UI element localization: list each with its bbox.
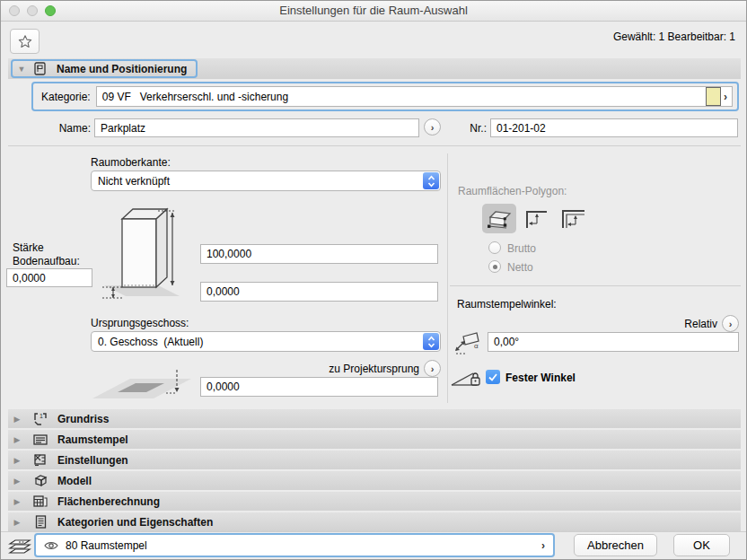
brutto-radio[interactable]	[488, 241, 501, 254]
polygon-outer-edge-icon	[559, 208, 586, 230]
fester-winkel-checkbox[interactable]	[486, 370, 500, 384]
kategorie-label: Kategorie:	[41, 91, 91, 103]
section-flaechenberechnung[interactable]: ▶ Flächenberechnung	[8, 492, 741, 511]
kategorie-row: Kategorie: 09 VF Verkehrserschl. und -si…	[31, 82, 739, 111]
categories-icon	[31, 515, 49, 529]
disclosure-down-icon: ▼	[16, 65, 27, 74]
disclosure-right-icon: ▶	[12, 456, 22, 465]
stamp-rotate-icon: α	[453, 330, 483, 355]
staerke-label: Stärke Bodenaufbau:	[13, 241, 95, 268]
layers-icon[interactable]	[8, 537, 31, 556]
svg-text:1: 1	[40, 413, 43, 419]
fester-winkel-label: Fester Winkel	[505, 372, 576, 384]
svg-text:α: α	[474, 342, 479, 350]
raumstempelwinkel-label: Raumstempelwinkel:	[457, 298, 557, 311]
popup-stepper-icon	[423, 333, 439, 350]
projektursprung-field[interactable]: 0,0000	[200, 377, 438, 397]
ursprungsgeschoss-label: Ursprungsgeschoss:	[91, 317, 189, 329]
chevron-right-icon[interactable]: ›	[724, 91, 727, 103]
relativ-button[interactable]: ›	[722, 315, 739, 332]
area-calc-icon	[31, 494, 49, 508]
eye-icon	[44, 540, 58, 551]
disclosure-right-icon: ▶	[12, 415, 22, 424]
hoehe-field[interactable]: 100,0000	[200, 244, 438, 264]
polygon-inner-edge-icon	[523, 208, 549, 230]
nr-label: Nr.:	[453, 122, 487, 135]
polygon-label: Raumflächen-Polygon:	[458, 185, 567, 197]
disclosure-right-icon: ▶	[12, 435, 22, 444]
raumoberkante-value: Nicht verknüpft	[92, 175, 423, 188]
title-bar: Einstellungen für die Raum-Auswahl	[1, 1, 746, 22]
unterkante-field[interactable]: 0,0000	[200, 282, 438, 302]
section-modell[interactable]: ▶ Modell	[8, 471, 741, 490]
ok-button[interactable]: OK	[673, 534, 730, 556]
section-einstellungen[interactable]: ▶ Einstellungen	[8, 451, 741, 469]
kategorie-field[interactable]: 09 VF Verkehrserschl. und -sicherung ›	[96, 86, 733, 107]
netto-radio[interactable]	[488, 260, 501, 273]
angle-lock-icon	[450, 367, 482, 389]
polygon-box-button[interactable]	[482, 204, 516, 233]
dialog-window: Einstellungen für die Raum-Auswahl Gewäh…	[0, 0, 747, 560]
raumoberkante-label: Raumoberkante:	[91, 156, 171, 169]
window-title: Einstellungen für die Raum-Auswahl	[1, 4, 746, 17]
staerke-field[interactable]: 0,0000	[6, 268, 92, 287]
relativ-label: Relativ	[629, 318, 717, 330]
layer-selector[interactable]: 80 Raumstempel ›	[34, 533, 555, 557]
section-title: Name und Positionierung	[57, 63, 187, 75]
tag-icon	[31, 62, 48, 75]
section-header-name-positionierung[interactable]: ▼ Name und Positionierung	[8, 58, 741, 79]
ursprungsgeschoss-popup[interactable]: 0. Geschoss (Aktuell)	[91, 331, 441, 352]
favorites-button[interactable]	[10, 29, 40, 54]
selection-status: Gewählt: 1 Bearbeitbar: 1	[613, 31, 735, 43]
section-grundriss[interactable]: ▶ 1 Grundriss	[8, 409, 741, 428]
name-options-button[interactable]: ›	[424, 118, 441, 136]
raumoberkante-popup[interactable]: Nicht verknüpft	[91, 171, 441, 191]
polygon-box-icon	[486, 208, 513, 230]
model-icon	[31, 474, 49, 487]
storey-plane-diagram	[91, 368, 194, 402]
cancel-button[interactable]: Abbrechen	[574, 534, 657, 556]
color-swatch[interactable]	[706, 87, 721, 106]
room-box-diagram	[93, 202, 194, 305]
floorplan-icon: 1	[31, 412, 49, 425]
name-label: Name:	[37, 122, 91, 135]
projektursprung-label: zu Projektursprung	[306, 363, 419, 375]
netto-label: Netto	[507, 261, 533, 274]
polygon-buttons	[482, 204, 590, 233]
disclosure-right-icon: ▶	[12, 518, 22, 527]
polygon-outer-edge-button[interactable]	[556, 204, 590, 233]
polygon-inner-edge-button[interactable]	[519, 204, 553, 233]
section-raumstempel[interactable]: ▶ Raumstempel	[8, 430, 741, 449]
divider	[1, 531, 747, 532]
kategorie-value: 09 VF Verkehrserschl. und -sicherung	[97, 91, 706, 103]
section-kategorien[interactable]: ▶ Kategorien und Eigenschaften	[8, 512, 741, 531]
stamp-icon	[31, 433, 49, 446]
star-icon	[17, 34, 33, 49]
disclosure-right-icon: ▶	[12, 477, 22, 486]
divider	[447, 153, 448, 403]
popup-stepper-icon	[423, 172, 439, 189]
settings-icon	[31, 453, 49, 467]
projektursprung-button[interactable]: ›	[424, 360, 441, 377]
disclosure-right-icon: ▶	[12, 497, 22, 506]
divider	[450, 285, 741, 286]
brutto-label: Brutto	[507, 242, 536, 255]
winkel-field[interactable]: 0,00°	[488, 332, 739, 352]
nr-field[interactable]: 01-201-02	[490, 118, 738, 137]
name-field[interactable]: Parkplatz	[94, 118, 419, 137]
ursprungsgeschoss-value: 0. Geschoss (Aktuell)	[92, 336, 423, 348]
layer-value: 80 Raumstempel	[66, 539, 541, 552]
chevron-right-icon: ›	[541, 539, 545, 552]
divider	[8, 145, 741, 146]
